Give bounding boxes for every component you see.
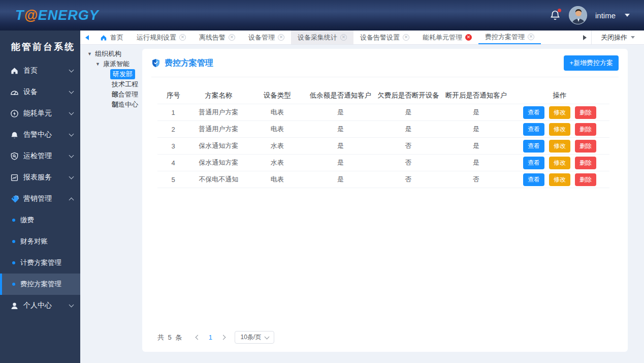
tab-close-icon[interactable]: ✕ <box>179 34 186 41</box>
tree-company-label: 康派智能 <box>103 59 130 69</box>
table-cell: 保水通知方案 <box>189 141 248 150</box>
delete-button[interactable]: 删除 <box>575 157 596 169</box>
tab-label: 运行规则设置 <box>137 33 176 42</box>
tabs-strip: 首页运行规则设置✕离线告警✕设备管理✕设备采集统计✕设备告警设置✕能耗单元管理✕… <box>93 31 578 44</box>
row-actions: 查看修改删除 <box>510 123 609 136</box>
table-row: 4保水通知方案水表是否是查看修改删除 <box>157 155 609 171</box>
table-cell: 3 <box>157 142 189 150</box>
view-button[interactable]: 查看 <box>523 140 544 153</box>
table-header-row: 序号方案名称设备类型低余额是否通知客户欠费后是否断开设备断开后是否通知客户操作 <box>157 87 609 104</box>
view-button[interactable]: 查看 <box>523 173 544 186</box>
table-cell: 是 <box>374 125 442 134</box>
table-cell: 电表 <box>248 108 307 117</box>
sidebar-item-2[interactable]: 设备 <box>0 81 80 103</box>
delete-button[interactable]: 删除 <box>575 173 596 186</box>
edit-button[interactable]: 修改 <box>549 157 570 169</box>
bullet-dot-icon <box>12 240 15 243</box>
tab-label: 能耗单元管理 <box>423 33 462 42</box>
tab-label: 费控方案管理 <box>485 33 525 42</box>
table-cell: 否 <box>374 141 442 150</box>
pagination-total: 共 5 条 <box>157 333 183 342</box>
table-cell: 是 <box>374 108 442 117</box>
edit-button[interactable]: 修改 <box>549 123 570 136</box>
view-button[interactable]: 查看 <box>523 157 544 169</box>
tree-node-root[interactable]: ▼ 组织机构 <box>87 49 143 59</box>
sidebar-subitem[interactable]: 费控方案管理 <box>0 274 80 295</box>
tab-7[interactable]: 能耗单元管理✕ <box>416 31 478 44</box>
page-size-select[interactable]: 10条/页 <box>235 331 274 344</box>
view-button[interactable]: 查看 <box>523 106 544 119</box>
chevron-down-icon <box>69 110 74 115</box>
sidebar-item-personal[interactable]: 个人中心 <box>0 295 80 316</box>
tab-close-icon[interactable]: ✕ <box>278 34 284 41</box>
tab-close-icon[interactable]: ✕ <box>229 34 235 41</box>
next-page-icon[interactable] <box>217 332 229 343</box>
sidebar-subitem-label: 缴费 <box>20 216 34 225</box>
sidebar-subitem[interactable]: 计费方案管理 <box>0 252 80 274</box>
chevron-down-icon <box>69 302 74 308</box>
tab-5[interactable]: 设备采集统计✕ <box>291 31 353 44</box>
tabs-scroll-right-icon[interactable] <box>578 31 591 44</box>
sidebar-item-label: 个人中心 <box>23 301 70 310</box>
tab-3[interactable]: 离线告警✕ <box>192 31 242 44</box>
sidebar-item-4[interactable]: 告警中心 <box>0 124 80 145</box>
delete-button[interactable]: 删除 <box>575 106 596 119</box>
tree-node-dept[interactable]: 技术工程部 <box>112 79 143 89</box>
add-plan-button[interactable]: +新增费控方案 <box>564 55 619 71</box>
close-operations-label: 关闭操作 <box>601 33 627 42</box>
tabs-scroll-left-icon[interactable] <box>80 31 93 44</box>
tree-node-dept[interactable]: 研发部 <box>110 69 135 79</box>
username-label[interactable]: intime <box>595 11 616 20</box>
tab-close-icon[interactable]: ✕ <box>340 34 347 41</box>
report-icon <box>10 173 19 182</box>
sidebar-subitem[interactable]: 缴费 <box>0 209 80 231</box>
sidebar-subitem-label: 财务对账 <box>20 237 48 246</box>
tree-node-dept[interactable]: 制造中心 <box>112 100 138 110</box>
tree-node-dept[interactable]: 综合管理部 <box>112 89 143 100</box>
sidebar-item-6[interactable]: 报表服务 <box>0 167 80 188</box>
tab-close-icon[interactable]: ✕ <box>403 34 409 41</box>
view-button[interactable]: 查看 <box>523 123 544 136</box>
delete-button[interactable]: 删除 <box>575 140 596 153</box>
user-menu-caret-icon[interactable] <box>625 14 630 17</box>
tree-departments: 研发部技术工程部综合管理部制造中心 <box>87 69 143 110</box>
table-cell: 5 <box>157 176 189 184</box>
tab-close-icon[interactable]: ✕ <box>528 34 534 40</box>
sidebar-item-5[interactable]: 运检管理 <box>0 145 80 167</box>
prev-page-icon[interactable] <box>192 332 203 343</box>
content-area: ▼ 组织机构 ▼ 康派智能 研发部技术工程部综合管理部制造中心 <box>80 45 644 363</box>
column-header: 低余额是否通知客户 <box>307 91 375 100</box>
tree-node-company[interactable]: ▼ 康派智能 <box>95 59 143 69</box>
sidebar-item-1[interactable]: 首页 <box>0 60 80 81</box>
close-operations-dropdown[interactable]: 关闭操作 <box>591 31 644 44</box>
column-header: 欠费后是否断开设备 <box>374 91 442 100</box>
current-page[interactable]: 1 <box>205 334 215 341</box>
tab-8[interactable]: 费控方案管理✕ <box>478 31 541 44</box>
user-avatar[interactable] <box>569 6 587 24</box>
table-cell: 2 <box>157 126 189 133</box>
edit-button[interactable]: 修改 <box>549 106 570 119</box>
sidebar-item-7[interactable]: 营销管理 <box>0 188 80 209</box>
tab-6[interactable]: 设备告警设置✕ <box>353 31 416 44</box>
tab-label: 设备管理 <box>248 33 275 42</box>
sidebar-subitem[interactable]: 财务对账 <box>0 231 80 252</box>
chevron-up-icon <box>69 197 74 202</box>
tree-expand-icon[interactable]: ▼ <box>95 62 100 67</box>
top-header: T@ENERGY intime <box>0 0 644 31</box>
tree-expand-icon[interactable]: ▼ <box>87 51 92 56</box>
column-header: 方案名称 <box>189 91 248 100</box>
sidebar-item-label: 告警中心 <box>23 130 70 139</box>
edit-button[interactable]: 修改 <box>549 173 570 186</box>
header-right-area: intime <box>550 6 630 24</box>
sidebar-menu: 首页设备能耗单元告警中心运检管理报表服务营销管理 <box>0 60 80 209</box>
tab-4[interactable]: 设备管理✕ <box>242 31 291 44</box>
tab-2[interactable]: 运行规则设置✕ <box>130 31 192 44</box>
tab-1[interactable]: 首页 <box>93 31 130 44</box>
tab-close-icon[interactable]: ✕ <box>465 34 472 41</box>
notification-bell-icon[interactable] <box>550 10 561 21</box>
delete-button[interactable]: 删除 <box>575 123 596 136</box>
table-row: 3保水通知方案水表是否是查看修改删除 <box>157 138 609 155</box>
chevron-down-icon <box>69 132 74 137</box>
sidebar-item-3[interactable]: 能耗单元 <box>0 103 80 124</box>
edit-button[interactable]: 修改 <box>549 140 570 153</box>
